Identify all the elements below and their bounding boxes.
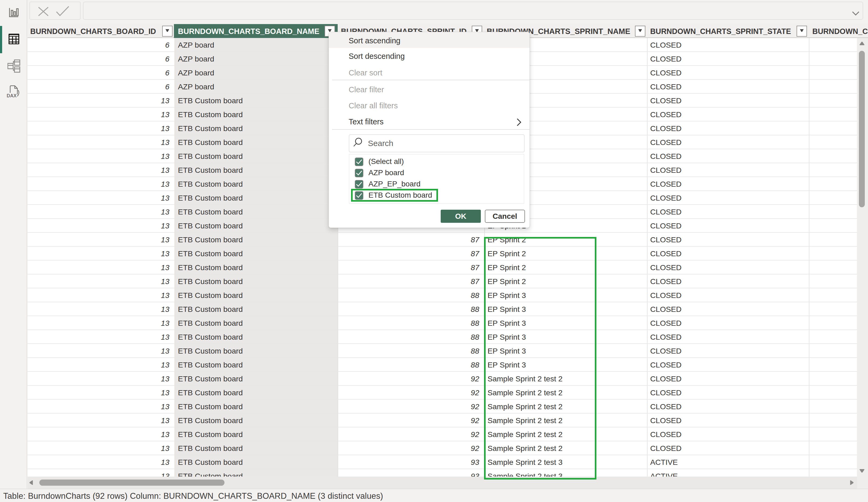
svg-text:DAX: DAX [7,93,17,98]
